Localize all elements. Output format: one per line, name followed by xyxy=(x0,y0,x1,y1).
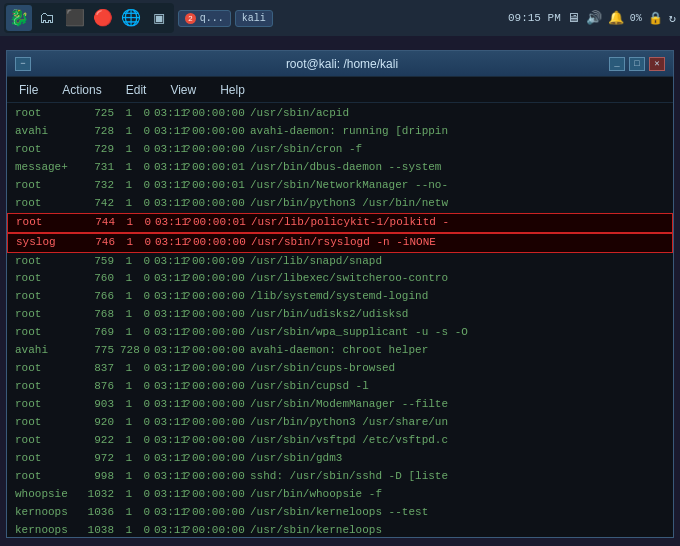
col-nice: 0 xyxy=(138,325,154,341)
minimize-button[interactable]: − xyxy=(15,57,31,71)
col-user: root xyxy=(15,196,80,212)
col-tty: ? xyxy=(185,215,193,231)
col-time: 00:00:00 xyxy=(192,343,250,359)
terminal2-icon[interactable]: ▣ xyxy=(146,5,172,31)
col-tty: ? xyxy=(184,106,192,122)
col-time: 00:00:01 xyxy=(192,178,250,194)
menu-edit[interactable]: Edit xyxy=(122,81,151,99)
col-stat: 03:11 xyxy=(154,106,184,122)
kali-dragon-icon[interactable]: 🐉 xyxy=(6,5,32,31)
close-button[interactable]: ✕ xyxy=(649,57,665,71)
col-cmd: /usr/bin/whoopsie -f xyxy=(250,487,665,503)
col-time: 00:00:00 xyxy=(192,469,250,485)
col-tty: ? xyxy=(185,235,193,251)
kali-label[interactable]: kali xyxy=(235,10,273,27)
col-pid: 729 xyxy=(80,142,120,158)
col-cpu: 728 xyxy=(120,343,138,359)
col-cmd: /usr/sbin/cups-browsed xyxy=(250,361,665,377)
col-time: 00:00:00 xyxy=(192,397,250,413)
active-app[interactable]: 2 q... xyxy=(178,10,231,27)
col-time: 00:00:00 xyxy=(192,433,250,449)
col-cpu: 1 xyxy=(120,307,138,323)
col-stat: 03:11 xyxy=(154,451,184,467)
col-pid: 744 xyxy=(81,215,121,231)
col-cpu: 1 xyxy=(120,469,138,485)
col-tty: ? xyxy=(184,415,192,431)
app-notification-badge: 2 xyxy=(185,13,196,24)
col-tty: ? xyxy=(184,307,192,323)
col-user: root xyxy=(15,254,80,270)
menu-view[interactable]: View xyxy=(166,81,200,99)
audio-icon: 🔊 xyxy=(586,10,602,26)
table-row: root 837 1 0 03:11 ? 00:00:00 /usr/sbin/… xyxy=(7,360,673,378)
col-user: avahi xyxy=(15,343,80,359)
col-time: 00:00:00 xyxy=(193,235,251,251)
col-tty: ? xyxy=(184,361,192,377)
terminal-icon[interactable]: ⬛ xyxy=(62,5,88,31)
menu-help[interactable]: Help xyxy=(216,81,249,99)
col-pid: 920 xyxy=(80,415,120,431)
col-cmd: /usr/sbin/acpid xyxy=(250,106,665,122)
network-icon[interactable]: 🌐 xyxy=(118,5,144,31)
col-tty: ? xyxy=(184,505,192,521)
table-row: kernoops 1036 1 0 03:11 ? 00:00:00 /usr/… xyxy=(7,504,673,522)
col-stat: 03:11 xyxy=(154,289,184,305)
col-tty: ? xyxy=(184,271,192,287)
menu-actions[interactable]: Actions xyxy=(58,81,105,99)
battery-text: 0% xyxy=(630,13,642,24)
col-user: root xyxy=(15,325,80,341)
col-time: 00:00:00 xyxy=(192,142,250,158)
burpsuite-icon[interactable]: 🔴 xyxy=(90,5,116,31)
col-cmd: /usr/lib/snapd/snapd xyxy=(250,254,665,270)
col-user: whoopsie xyxy=(15,487,80,503)
col-nice: 0 xyxy=(138,397,154,413)
col-user: root xyxy=(15,469,80,485)
col-cpu: 1 xyxy=(120,124,138,140)
col-nice: 0 xyxy=(138,289,154,305)
table-row: message+ 731 1 0 03:11 ? 00:00:01 /usr/b… xyxy=(7,159,673,177)
col-tty: ? xyxy=(184,160,192,176)
col-stat: 03:11 xyxy=(154,124,184,140)
table-row: root 972 1 0 03:11 ? 00:00:00 /usr/sbin/… xyxy=(7,450,673,468)
col-user: avahi xyxy=(15,124,80,140)
col-cpu: 1 xyxy=(120,196,138,212)
col-user: root xyxy=(15,379,80,395)
col-user: kernoops xyxy=(15,505,80,521)
col-cmd: /usr/sbin/cupsd -l xyxy=(250,379,665,395)
col-time: 00:00:00 xyxy=(192,325,250,341)
titlebar: − root@kali: /home/kali _ □ ✕ xyxy=(7,51,673,77)
col-cmd: /usr/bin/python3 /usr/share/un xyxy=(250,415,665,431)
col-user: root xyxy=(15,142,80,158)
col-tty: ? xyxy=(184,397,192,413)
col-stat: 03:11 xyxy=(154,397,184,413)
col-nice: 0 xyxy=(138,379,154,395)
col-stat: 03:11 xyxy=(154,433,184,449)
terminal-window: − root@kali: /home/kali _ □ ✕ File Actio… xyxy=(6,50,674,538)
col-tty: ? xyxy=(184,343,192,359)
col-user: kernoops xyxy=(15,523,80,537)
table-row: root 760 1 0 03:11 ? 00:00:00 /usr/libex… xyxy=(7,270,673,288)
col-tty: ? xyxy=(184,523,192,537)
titlebar-controls: _ □ ✕ xyxy=(609,57,665,71)
col-stat: 03:11 xyxy=(154,343,184,359)
col-pid: 922 xyxy=(80,433,120,449)
minimize-button2[interactable]: _ xyxy=(609,57,625,71)
col-time: 00:00:00 xyxy=(192,505,250,521)
col-pid: 998 xyxy=(80,469,120,485)
titlebar-left: − xyxy=(15,57,75,71)
col-user: message+ xyxy=(15,160,80,176)
col-tty: ? xyxy=(184,487,192,503)
col-time: 00:00:00 xyxy=(192,124,250,140)
col-cpu: 1 xyxy=(120,379,138,395)
col-tty: ? xyxy=(184,254,192,270)
col-nice: 0 xyxy=(138,307,154,323)
lock-icon: 🔒 xyxy=(648,11,663,26)
menu-file[interactable]: File xyxy=(15,81,42,99)
col-user: root xyxy=(15,433,80,449)
col-time: 00:00:00 xyxy=(192,523,250,537)
file-manager-icon[interactable]: 🗂 xyxy=(34,5,60,31)
col-nice: 0 xyxy=(139,215,155,231)
col-cpu: 1 xyxy=(120,271,138,287)
col-tty: ? xyxy=(184,196,192,212)
maximize-button[interactable]: □ xyxy=(629,57,645,71)
